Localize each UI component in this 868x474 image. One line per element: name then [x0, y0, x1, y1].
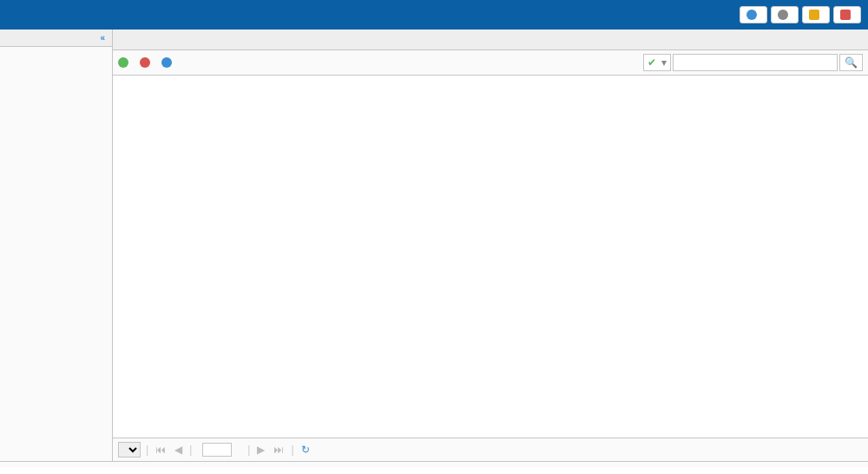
- prev-page-button[interactable]: ◀: [173, 444, 184, 456]
- user-icon: [746, 10, 757, 20]
- help-button[interactable]: [161, 57, 174, 68]
- search-icon: 🔍: [845, 56, 858, 69]
- check-icon: ✔: [648, 56, 656, 69]
- sidebar: «: [0, 30, 113, 461]
- upload-icon: [118, 57, 128, 68]
- filter-field-select[interactable]: ✔▾: [643, 54, 671, 71]
- page-size-select[interactable]: [118, 442, 141, 458]
- exit-icon: [840, 10, 851, 20]
- page-input[interactable]: [202, 443, 232, 457]
- change-password-button[interactable]: [802, 6, 830, 23]
- gear-icon: [778, 10, 788, 20]
- upload-template-button[interactable]: [118, 57, 131, 68]
- global-settings-button[interactable]: [771, 6, 799, 23]
- welcome-button[interactable]: [740, 6, 767, 23]
- search-input[interactable]: [673, 54, 838, 71]
- delete-icon: [140, 57, 150, 68]
- last-page-button[interactable]: ⏭: [272, 444, 286, 456]
- logout-button[interactable]: [833, 6, 861, 23]
- first-page-button[interactable]: ⏮: [154, 444, 168, 456]
- search-button[interactable]: 🔍: [839, 54, 863, 71]
- delete-button[interactable]: [140, 57, 153, 68]
- refresh-button[interactable]: ↻: [299, 444, 312, 456]
- next-page-button[interactable]: ▶: [255, 444, 266, 456]
- key-icon: [809, 10, 819, 20]
- chevron-down-icon: ▾: [661, 56, 667, 69]
- help-icon: [161, 57, 172, 68]
- sidebar-header: «: [0, 30, 112, 47]
- collapse-icon[interactable]: «: [100, 33, 105, 43]
- footer: [0, 461, 868, 467]
